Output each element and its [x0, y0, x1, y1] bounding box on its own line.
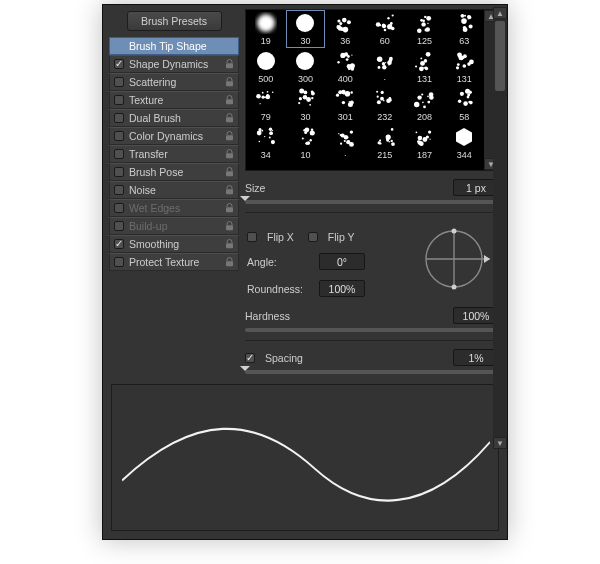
brush-swatch[interactable]: 500 — [246, 48, 286, 86]
option-scattering[interactable]: Scattering — [109, 73, 239, 91]
angle-dial[interactable] — [418, 221, 494, 297]
svg-rect-9 — [226, 225, 233, 230]
svg-point-46 — [461, 14, 465, 18]
swatch-size-label: · — [384, 74, 387, 84]
brush-swatch[interactable]: 344 — [444, 124, 484, 162]
option-tip[interactable]: Brush Tip Shape — [109, 37, 239, 55]
hardness-slider[interactable] — [245, 328, 499, 332]
brush-swatch[interactable]: 63 — [444, 10, 484, 48]
flip-y-checkbox[interactable]: Flip Y — [308, 231, 355, 243]
flip-x-checkbox[interactable]: Flip X — [247, 231, 294, 243]
option-colordyn[interactable]: Color Dynamics — [109, 127, 239, 145]
svg-point-38 — [427, 16, 432, 21]
brush-swatch[interactable]: 60 — [365, 10, 405, 48]
swatch-size-label: 79 — [261, 112, 271, 122]
brush-swatch[interactable]: 400 — [325, 48, 365, 86]
brush-swatch[interactable]: 215 — [365, 124, 405, 162]
svg-point-201 — [418, 141, 422, 145]
svg-point-91 — [457, 63, 460, 66]
spacing-checkbox[interactable]: Spacing — [245, 352, 303, 364]
brush-swatch[interactable]: 131 — [405, 48, 445, 86]
brush-swatch[interactable]: 301 — [325, 86, 365, 124]
svg-point-134 — [377, 100, 381, 104]
brush-swatch[interactable]: 300 — [286, 48, 326, 86]
lock-icon[interactable] — [225, 77, 234, 89]
option-transfer[interactable]: Transfer — [109, 145, 239, 163]
scroll-up-icon[interactable]: ▲ — [493, 7, 507, 19]
option-texture[interactable]: Texture — [109, 91, 239, 109]
lock-icon[interactable] — [225, 239, 234, 251]
svg-point-204 — [430, 139, 431, 140]
checkbox-icon[interactable] — [114, 167, 124, 177]
panel-scrollbar[interactable]: ▲ ▼ — [493, 7, 507, 449]
checkbox-icon[interactable] — [114, 185, 124, 195]
brush-swatch[interactable]: 79 — [246, 86, 286, 124]
roundness-value[interactable]: 100% — [319, 280, 365, 297]
checkbox-icon[interactable] — [114, 149, 124, 159]
lock-icon[interactable] — [225, 149, 234, 161]
option-pose[interactable]: Brush Pose — [109, 163, 239, 181]
checkbox-icon[interactable] — [114, 59, 124, 69]
checkbox-icon[interactable] — [114, 95, 124, 105]
option-smoothing[interactable]: Smoothing — [109, 235, 239, 253]
lock-icon[interactable] — [225, 59, 234, 71]
svg-point-158 — [269, 131, 273, 135]
svg-point-35 — [422, 22, 426, 26]
brush-swatch[interactable]: 30 — [286, 86, 326, 124]
brush-swatch[interactable]: 125 — [405, 10, 445, 48]
brush-swatch[interactable]: 34 — [246, 124, 286, 162]
svg-point-155 — [458, 100, 461, 103]
svg-point-164 — [269, 137, 271, 139]
brush-swatch[interactable]: 232 — [365, 86, 405, 124]
svg-point-148 — [461, 94, 463, 96]
lock-icon[interactable] — [225, 113, 234, 125]
lock-icon[interactable] — [225, 185, 234, 197]
svg-rect-10 — [226, 243, 233, 248]
brush-swatch[interactable]: 19 — [246, 10, 286, 48]
lock-icon[interactable] — [225, 131, 234, 143]
checkbox-icon[interactable] — [114, 221, 124, 231]
scroll-down-icon[interactable]: ▼ — [493, 437, 507, 449]
brush-swatch[interactable]: 208 — [405, 86, 445, 124]
option-dual[interactable]: Dual Brush — [109, 109, 239, 127]
option-wet[interactable]: Wet Edges — [109, 199, 239, 217]
option-label: Wet Edges — [129, 202, 180, 214]
svg-point-13 — [296, 14, 314, 32]
brush-swatch[interactable]: · — [325, 124, 365, 162]
option-protect[interactable]: Protect Texture — [109, 253, 239, 271]
checkbox-icon[interactable] — [114, 203, 124, 213]
lock-icon[interactable] — [225, 203, 234, 215]
svg-point-161 — [261, 130, 263, 132]
brush-swatch[interactable]: 30 — [286, 10, 326, 48]
checkbox-icon[interactable] — [114, 239, 124, 249]
lock-icon[interactable] — [225, 95, 234, 107]
checkbox-icon[interactable] — [114, 77, 124, 87]
svg-point-64 — [347, 55, 350, 58]
brush-swatch[interactable]: 36 — [325, 10, 365, 48]
brush-swatch[interactable]: 10 — [286, 124, 326, 162]
size-slider[interactable] — [245, 200, 499, 204]
svg-rect-2 — [226, 99, 233, 104]
spacing-slider[interactable] — [245, 370, 499, 374]
brush-swatch[interactable]: 131 — [444, 48, 484, 86]
swatch-size-label: 400 — [338, 74, 353, 84]
svg-point-211 — [452, 285, 457, 290]
svg-point-67 — [382, 65, 386, 69]
option-shape[interactable]: Shape Dynamics — [109, 55, 239, 73]
brush-swatch[interactable]: 58 — [444, 86, 484, 124]
brush-swatch[interactable]: 187 — [405, 124, 445, 162]
option-label: Color Dynamics — [129, 130, 203, 142]
checkbox-icon[interactable] — [114, 257, 124, 267]
option-noise[interactable]: Noise — [109, 181, 239, 199]
brush-swatch[interactable]: · — [365, 48, 405, 86]
lock-icon[interactable] — [225, 167, 234, 179]
angle-value[interactable]: 0° — [319, 253, 365, 270]
checkbox-icon[interactable] — [114, 131, 124, 141]
option-build[interactable]: Build-up — [109, 217, 239, 235]
brush-presets-button[interactable]: Brush Presets — [127, 11, 222, 31]
lock-icon[interactable] — [225, 257, 234, 269]
checkbox-icon[interactable] — [114, 113, 124, 123]
lock-icon[interactable] — [225, 221, 234, 233]
swatch-size-label: 34 — [261, 150, 271, 160]
svg-point-73 — [382, 62, 385, 65]
